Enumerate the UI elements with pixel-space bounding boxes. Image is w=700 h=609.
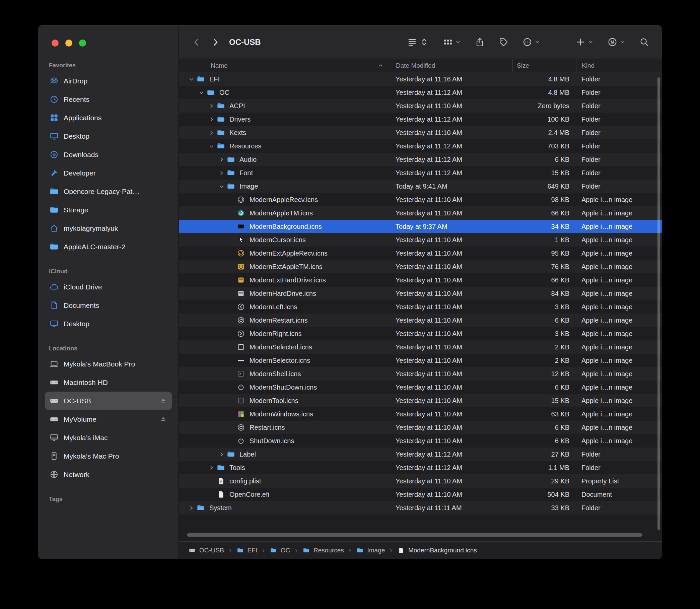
file-row-modernshutdown-icns[interactable]: ModernShutDown.icnsYesterday at 11:10 AM… [179, 381, 662, 394]
sidebar-item-applealc-master-2[interactable]: AppleALC-master-2 [45, 238, 172, 256]
file-row-modernextharddrive-icns[interactable]: ModernExtHardDrive.icnsYesterday at 11:1… [179, 273, 662, 287]
file-row-moderncursor-icns[interactable]: ModernCursor.icnsYesterday at 11:10 AM1 … [179, 233, 662, 246]
disclosure-triangle[interactable] [196, 90, 206, 95]
applications-icon [50, 113, 58, 122]
file-row-moderntool-icns[interactable]: ModernTool.icnsYesterday at 11:10 AM15 K… [179, 394, 662, 407]
file-row-image[interactable]: ImageToday at 9:41 AM649 KBFolder [179, 179, 662, 193]
path-item-oc[interactable]: OC [269, 547, 291, 554]
eject-icon [159, 397, 167, 405]
file-date-modified: Yesterday at 11:12 AM [391, 464, 512, 472]
file-row-modernbackground-icns[interactable]: ModernBackground.icnsToday at 9:37 AM34 … [179, 220, 662, 233]
disclosure-triangle[interactable] [186, 76, 196, 82]
search-button[interactable] [640, 37, 649, 47]
file-row-modernextappletm-icns[interactable]: ModernExtAppleTM.icnsYesterday at 11:10 … [179, 260, 662, 273]
file-row-audio[interactable]: AudioYesterday at 11:12 AM6 KBFolder [179, 153, 662, 166]
file-row-oc[interactable]: OCYesterday at 11:12 AM4.8 MBFolder [179, 86, 662, 99]
disclosure-triangle[interactable] [216, 452, 226, 457]
sidebar-item-mykola-s-macbook-pro[interactable]: Mykola’s MacBook Pro [45, 355, 172, 373]
file-row-label[interactable]: LabelYesterday at 11:12 AM27 KBFolder [179, 448, 662, 461]
sidebar-item-network[interactable]: Network [45, 465, 172, 484]
sidebar-item-mykolagrymalyuk[interactable]: mykolagrymalyuk [45, 219, 172, 238]
disclosure-triangle[interactable] [186, 505, 196, 511]
zoom-button[interactable] [79, 39, 86, 47]
column-header-kind[interactable]: Kind [576, 59, 662, 72]
sidebar-item-recents[interactable]: Recents [45, 90, 172, 108]
file-row-efi[interactable]: EFIYesterday at 11:16 AM4.8 MBFolder [179, 72, 662, 86]
sidebar-item-oc-usb[interactable]: OC-USB [45, 392, 172, 410]
sidebar-item-desktop[interactable]: Desktop [45, 315, 172, 333]
file-row-modernappletm-icns[interactable]: ModernAppleTM.icnsYesterday at 11:10 AM6… [179, 206, 662, 220]
path-item-image[interactable]: Image [356, 547, 385, 554]
sidebar-item-myvolume[interactable]: MyVolume [45, 410, 172, 429]
disclosure-triangle[interactable] [206, 465, 216, 471]
file-row-modernshell-icns[interactable]: ModernShell.icnsYesterday at 11:10 AM12 … [179, 367, 662, 381]
minimize-button[interactable] [65, 39, 72, 47]
file-row-kexts[interactable]: KextsYesterday at 11:10 AM2.4 MBFolder [179, 126, 662, 139]
file-row-modernrestart-icns[interactable]: ModernRestart.icnsYesterday at 11:10 AM6… [179, 314, 662, 327]
new-item-button[interactable] [576, 37, 594, 47]
disclosure-triangle[interactable] [206, 143, 216, 149]
file-row-opencore-efi[interactable]: OpenCore.efiYesterday at 11:10 AM504 KBD… [179, 488, 662, 501]
file-row-modernharddrive-icns[interactable]: ModernHardDrive.icnsYesterday at 11:10 A… [179, 287, 662, 300]
close-button[interactable] [52, 39, 58, 47]
file-row-modernapplerecv-icns[interactable]: ModernAppleRecv.icnsYesterday at 11:10 A… [179, 193, 662, 206]
chevron-down-icon [535, 39, 540, 45]
disclosure-triangle[interactable] [216, 170, 226, 176]
sidebar-item-opencore-legacy-pat[interactable]: Opencore-Legacy-Pat… [45, 182, 172, 201]
file-row-system[interactable]: SystemYesterday at 11:11 AM33 KBFolder [179, 501, 662, 515]
path-item-modernbackground-icns[interactable]: ModernBackground.icns [397, 547, 477, 554]
file-row-modernleft-icns[interactable]: ModernLeft.icnsYesterday at 11:10 AM3 KB… [179, 300, 662, 314]
file-row-drivers[interactable]: DriversYesterday at 11:12 AM100 KBFolder [179, 112, 662, 126]
file-row-shutdown-icns[interactable]: ShutDown.icnsYesterday at 11:10 AM6 KBAp… [179, 434, 662, 448]
file-row-restart-icns[interactable]: Restart.icnsYesterday at 11:10 AM6 KBApp… [179, 421, 662, 434]
disclosure-right-icon [219, 157, 224, 162]
disclosure-triangle[interactable] [216, 184, 226, 189]
tags-button[interactable] [499, 37, 508, 47]
file-row-modernright-icns[interactable]: ModernRight.icnsYesterday at 11:10 AM3 K… [179, 327, 662, 340]
column-header-size[interactable]: Size [512, 59, 576, 72]
sidebar-item-mykola-s-imac[interactable]: Mykola’s iMac [45, 429, 172, 447]
path-item-efi[interactable]: EFI [237, 547, 258, 554]
view-options-button[interactable] [407, 37, 429, 47]
sidebar-item-developer[interactable]: Developer [45, 164, 172, 182]
file-row-resources[interactable]: ResourcesYesterday at 11:12 AM703 KBFold… [179, 139, 662, 153]
vertical-scrollbar[interactable] [658, 77, 660, 530]
file-row-config-plist[interactable]: config.plistYesterday at 11:10 AM29 KBPr… [179, 474, 662, 488]
sidebar-item-mykola-s-mac-pro[interactable]: Mykola’s Mac Pro [45, 447, 172, 465]
column-header-date-modified[interactable]: Date Modified [391, 59, 512, 72]
forward-button[interactable] [210, 37, 221, 48]
sidebar-item-desktop[interactable]: Desktop [45, 127, 172, 145]
group-by-button[interactable] [443, 37, 461, 47]
file-kind: Folder [576, 156, 662, 163]
column-header-name[interactable]: Name [179, 59, 391, 72]
file-row-tools[interactable]: ToolsYesterday at 11:12 AM1.1 MBFolder [179, 461, 662, 474]
sidebar-item-macintosh-hd[interactable]: Macintosh HD [45, 373, 172, 392]
sidebar-item-documents[interactable]: Documents [45, 296, 172, 315]
path-item-oc-usb[interactable]: OC-USB [188, 547, 224, 554]
file-row-modernextapplerecv-icns[interactable]: ModernExtAppleRecv.icnsYesterday at 11:1… [179, 246, 662, 260]
sidebar-item-storage[interactable]: Storage [45, 201, 172, 219]
sidebar-item-applications[interactable]: Applications [45, 108, 172, 127]
horizontal-scrollbar[interactable] [187, 533, 642, 537]
file-date-modified: Yesterday at 11:10 AM [391, 330, 512, 338]
disclosure-triangle[interactable] [206, 130, 216, 136]
back-button[interactable] [192, 37, 202, 48]
sidebar-item-airdrop[interactable]: AirDrop [45, 72, 172, 90]
sidebar-item-downloads[interactable]: Downloads [45, 145, 172, 164]
file-row-modernselected-icns[interactable]: ModernSelected.icnsYesterday at 11:10 AM… [179, 340, 662, 354]
path-item-resources[interactable]: Resources [302, 547, 344, 554]
disclosure-triangle[interactable] [216, 157, 226, 162]
file-row-font[interactable]: FontYesterday at 11:12 AM15 KBFolder [179, 166, 662, 179]
file-row-modernwindows-icns[interactable]: ModernWindows.icnsYesterday at 11:10 AM6… [179, 407, 662, 421]
share-button[interactable] [475, 37, 485, 47]
file-row-acpi[interactable]: ACPIYesterday at 11:10 AMZero bytesFolde… [179, 99, 662, 112]
sidebar-item-icloud-drive[interactable]: iCloud Drive [45, 278, 172, 296]
sidebar-section-tags: Tags [45, 484, 172, 505]
disclosure-triangle[interactable] [206, 117, 216, 122]
disclosure-triangle[interactable] [206, 103, 216, 109]
file-row-modernselector-icns[interactable]: ModernSelector.icnsYesterday at 11:10 AM… [179, 354, 662, 367]
file-size: 34 KB [512, 223, 576, 230]
file-name: ModernTool.icns [249, 397, 298, 405]
account-button[interactable]: M [608, 37, 625, 47]
more-actions-button[interactable] [523, 37, 540, 47]
